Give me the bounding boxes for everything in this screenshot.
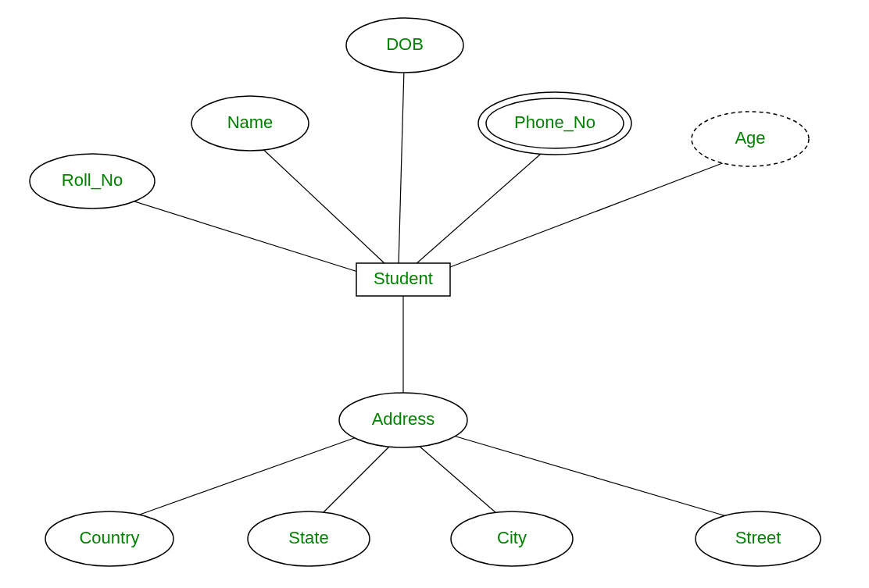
attr-country-label: Country [79,528,139,547]
attr-age-label: Age [735,128,765,148]
attr-street: Street [696,511,821,566]
attr-dob-label: DOB [386,34,424,54]
attr-rollno: Roll_No [30,154,155,208]
attr-age: Age [692,112,809,166]
edge-address-state [313,445,391,523]
attr-phoneno: Phone_No [478,92,631,155]
attr-state-label: State [288,528,328,547]
edge-address-street [445,433,750,523]
edge-student-name [256,143,387,265]
edge-address-city [418,445,508,523]
er-diagram: Student Roll_No Name DOB Phone_No Age Ad… [0,0,869,588]
edge-student-dob [399,69,404,265]
edge-student-rollno [105,192,375,277]
attr-rollno-label: Roll_No [62,170,123,190]
attr-name: Name [191,96,309,151]
entity-student-label: Student [374,269,433,288]
attr-city-label: City [497,528,527,547]
attr-dob: DOB [346,18,463,73]
attr-name-label: Name [227,112,274,132]
attr-city: City [451,511,573,566]
attr-address: Address [339,393,467,447]
attr-country: Country [45,511,173,566]
attr-state: State [248,511,370,566]
entity-student: Student [356,263,450,296]
attr-street-label: Street [735,528,781,547]
attr-phoneno-label: Phone_No [514,112,595,132]
edge-student-phoneno [414,148,547,265]
edge-student-age [434,156,741,273]
edge-address-country [116,433,367,523]
attr-address-label: Address [372,409,435,429]
